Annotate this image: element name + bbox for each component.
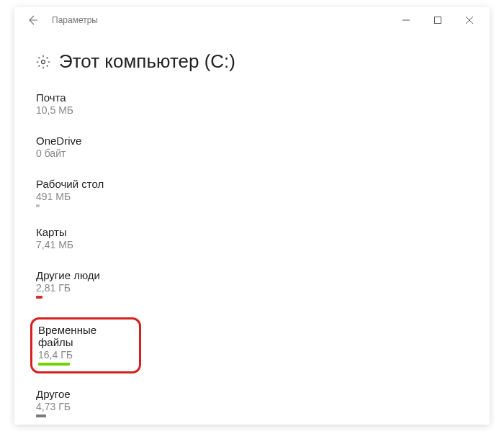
category-label: Рабочий стол: [36, 178, 223, 190]
category-size: 0 байт: [36, 148, 223, 159]
back-button[interactable]: [19, 7, 46, 33]
category-maps[interactable]: Карты 7,41 МБ: [36, 226, 223, 250]
minimize-button[interactable]: [390, 7, 422, 33]
titlebar: Параметры: [14, 7, 490, 33]
category-size: 16,4 ГБ: [38, 349, 125, 361]
category-onedrive[interactable]: OneDrive 0 байт: [36, 135, 223, 159]
maximize-button[interactable]: [422, 7, 454, 33]
close-button[interactable]: [454, 7, 485, 33]
category-other[interactable]: Другое 4,73 ГБ: [36, 388, 223, 417]
category-mail[interactable]: Почта 10,5 МБ: [36, 91, 223, 116]
arrow-left-icon: [27, 14, 38, 26]
close-icon: [466, 17, 473, 24]
storage-categories: Почта 10,5 МБ OneDrive 0 байт Рабочий ст…: [14, 81, 490, 417]
svg-point-4: [42, 60, 45, 63]
category-label: Почта: [36, 91, 223, 104]
page-header: Этот компьютер (C:): [14, 33, 490, 81]
category-size: 2,81 ГБ: [36, 282, 223, 294]
category-size: 4,73 ГБ: [36, 401, 223, 412]
category-size: 7,41 МБ: [36, 239, 223, 250]
category-label: OneDrive: [36, 135, 223, 147]
minimize-icon: [402, 17, 410, 24]
category-other-people[interactable]: Другие люди 2,81 ГБ: [36, 269, 223, 299]
category-desktop[interactable]: Рабочий стол 491 МБ: [36, 178, 223, 207]
category-label: Карты: [36, 226, 223, 238]
gear-icon: [36, 55, 50, 69]
svg-rect-1: [435, 17, 441, 24]
usage-bar: [36, 204, 40, 207]
category-label: Другие люди: [36, 269, 223, 281]
app-title: Параметры: [52, 15, 390, 25]
category-label: Временные файлы: [38, 324, 125, 348]
usage-bar: [38, 363, 70, 366]
category-size: 10,5 МБ: [36, 104, 223, 116]
usage-bar: [36, 296, 42, 299]
category-size: 491 МБ: [36, 191, 223, 202]
settings-window: Параметры Этот компьютер (C:) Почта 10,5…: [14, 7, 490, 425]
window-controls: [390, 7, 485, 33]
category-label: Другое: [36, 388, 223, 400]
maximize-icon: [434, 17, 441, 24]
category-temp-files-highlighted[interactable]: Временные файлы 16,4 ГБ: [30, 317, 141, 373]
page-title: Этот компьютер (C:): [59, 50, 235, 73]
usage-bar: [36, 414, 46, 417]
